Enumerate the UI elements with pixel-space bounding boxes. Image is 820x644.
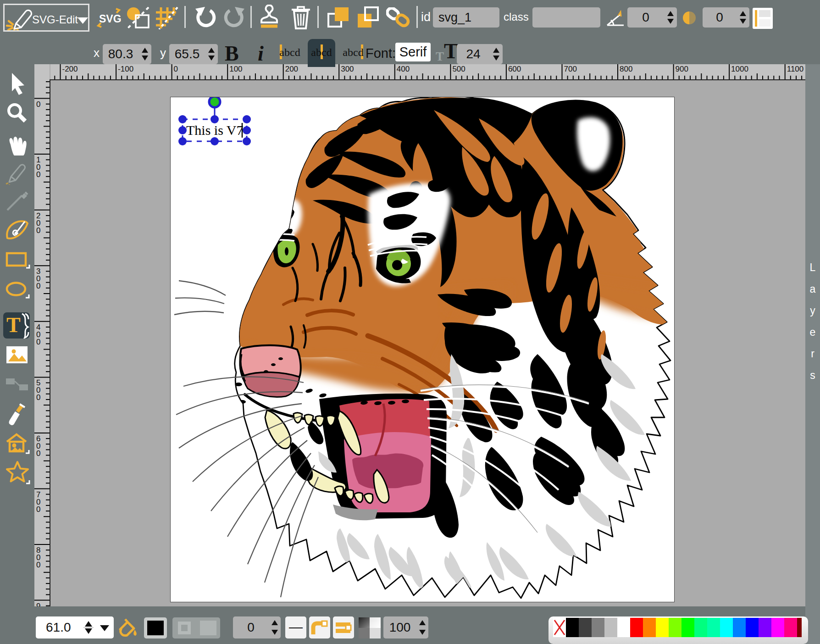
svg-text:9: 9	[36, 602, 40, 607]
svg-text:0: 0	[36, 561, 40, 569]
svg-text:SVG: SVG	[99, 13, 121, 25]
svg-text:0: 0	[174, 65, 178, 73]
svg-text:This is V7: This is V7	[186, 122, 243, 138]
svg-text:0: 0	[36, 226, 40, 235]
svg-text:0: 0	[36, 449, 40, 458]
svg-text:0: 0	[36, 505, 40, 514]
svg-text:1100: 1100	[787, 65, 804, 73]
svg-text:500: 500	[452, 65, 465, 73]
svg-text:1000: 1000	[731, 65, 748, 73]
svg-text:0: 0	[36, 393, 40, 402]
svg-text:0: 0	[36, 282, 40, 290]
svg-text:SVG-Edit: SVG-Edit	[32, 13, 78, 26]
svg-text:900: 900	[676, 65, 688, 73]
svg-text:-100: -100	[118, 65, 133, 73]
svg-text:800: 800	[620, 65, 632, 73]
svg-text:T: T	[6, 313, 21, 337]
svg-text:0: 0	[36, 100, 40, 109]
svg-text:0: 0	[36, 170, 40, 179]
svg-text:400: 400	[397, 65, 410, 73]
svg-text:100: 100	[229, 65, 242, 73]
svg-text:0: 0	[36, 338, 40, 346]
svg-text:600: 600	[508, 65, 521, 73]
svg-text:-200: -200	[62, 65, 78, 73]
svg-text:700: 700	[564, 65, 577, 73]
